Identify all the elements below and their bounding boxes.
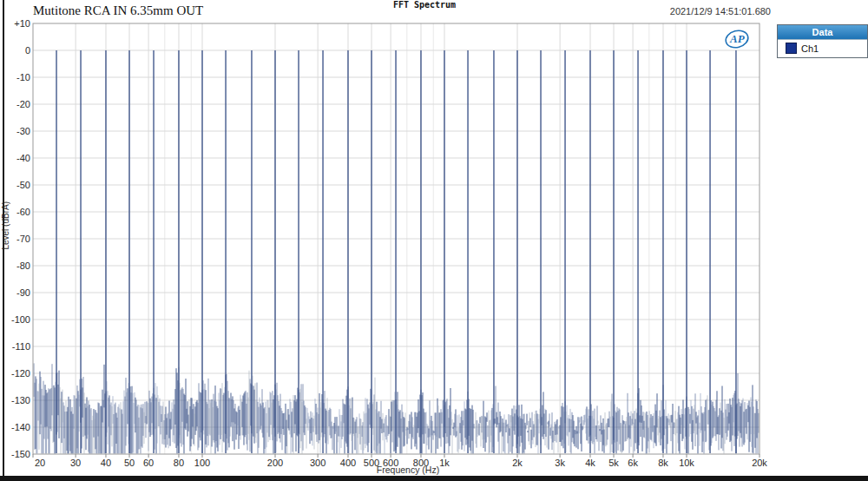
y-tick-label: -80: [16, 260, 30, 271]
legend-panel: Data Ch1: [777, 24, 868, 58]
y-tick-label: -40: [16, 153, 30, 163]
y-tick-label: -110: [12, 341, 30, 352]
y-tick-label: -140: [11, 422, 30, 432]
legend-item-ch1[interactable]: Ch1: [778, 40, 867, 57]
y-tick-label: -120: [11, 368, 30, 379]
y-tick-label: -30: [16, 126, 30, 136]
window-border-left: [3, 0, 4, 477]
spectrum-plot[interactable]: 2030405060801002003004005006008001k2k3k4…: [0, 0, 868, 481]
y-tick-label: -10: [16, 72, 30, 82]
y-tick-label: -130: [11, 395, 30, 405]
y-tick-label: -60: [16, 207, 30, 217]
y-tick-label: -90: [16, 287, 30, 298]
ap-logo-icon: AP: [723, 29, 751, 49]
tone-spikes: [56, 50, 736, 453]
window-border-bottom: [0, 476, 868, 481]
y-tick-label: -150: [11, 449, 30, 459]
ch1-color-swatch: [786, 43, 797, 54]
y-tick-label: -20: [16, 99, 30, 109]
y-tick-label: -50: [16, 180, 30, 190]
y-tick-label: -100: [11, 314, 30, 325]
legend-title: Data: [778, 25, 867, 40]
x-axis-title: Frequency (Hz): [0, 465, 816, 475]
y-tick-label: -70: [16, 234, 30, 244]
app-window: FFT Spectrum Mutitone RCA IN 6.35mm OUT …: [0, 0, 868, 481]
svg-text:AP: AP: [729, 32, 746, 45]
y-tick-label: +10: [14, 18, 30, 29]
y-tick-label: 0: [25, 45, 30, 56]
legend-item-label: Ch1: [801, 43, 819, 54]
